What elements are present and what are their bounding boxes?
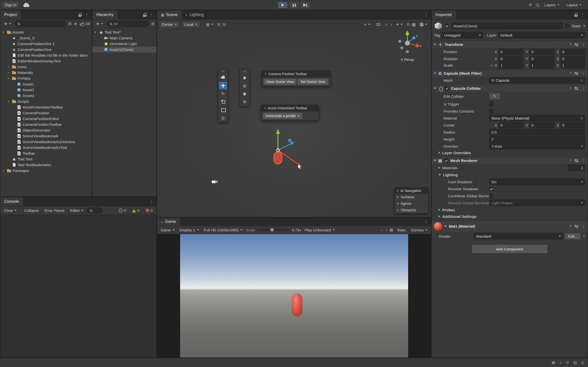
set-scene-view-button[interactable]: Set Scene View <box>298 78 328 85</box>
contribute-gi-checkbox[interactable] <box>489 194 493 198</box>
is-trigger-checkbox[interactable] <box>489 102 493 106</box>
help-icon[interactable]: ? <box>570 72 571 75</box>
mesh-renderer-component-header[interactable]: ▦ Mesh Renderer ? ⋮ <box>431 157 588 164</box>
gizmo-y-arrow[interactable] <box>276 129 280 134</box>
create-object-button[interactable] <box>94 21 105 27</box>
mesh-filter-component-header[interactable]: ⊞ Capsule (Mesh Filter) ? ⋮ <box>431 69 588 77</box>
foldout-icon[interactable] <box>438 166 440 169</box>
tab-lighting[interactable]: ◐ Lighting <box>182 10 208 19</box>
component-menu-icon[interactable]: ⋮ <box>581 86 585 90</box>
status-collab-icon[interactable]: ⊘ <box>566 360 569 364</box>
lock-icon[interactable] <box>574 13 578 17</box>
static-checkbox[interactable] <box>565 24 569 28</box>
panel-menu-icon[interactable]: ⋮ <box>581 13 585 17</box>
scale-x-field[interactable]: 1 <box>498 62 523 68</box>
gizmo-plane-handle[interactable] <box>288 139 291 142</box>
play-button[interactable] <box>278 2 288 9</box>
hierarchy-search-input[interactable]: All <box>107 21 149 27</box>
expand-arrow-icon[interactable]: ▸ <box>1 169 6 172</box>
tree-item[interactable]: ▼ Scripts <box>0 99 92 104</box>
provides-contacts-checkbox[interactable] <box>489 109 493 113</box>
project-search-input[interactable] <box>15 21 66 27</box>
transform-tool-button[interactable]: ◎ <box>219 114 227 121</box>
presets-icon[interactable] <box>574 225 578 228</box>
axis-negative-handle[interactable] <box>398 40 401 43</box>
camera-overlay-icon[interactable]: ▦ <box>412 23 416 27</box>
tree-item[interactable]: Asset3 <box>0 93 92 99</box>
tree-item[interactable]: SceneViewBookmark <box>0 133 92 139</box>
tree-item[interactable]: Tool Test <box>0 156 92 162</box>
selected-capsule-object[interactable] <box>274 152 282 164</box>
tree-item[interactable]: Asset2 <box>0 87 92 93</box>
component-menu-icon[interactable]: ⋮ <box>581 43 585 47</box>
foldout-icon[interactable] <box>434 72 436 74</box>
sign-in-button[interactable]: Sign in <box>2 2 19 8</box>
shading-mode-dropdown[interactable]: ◐ <box>363 21 372 28</box>
status-progress-icon[interactable]: ◎ <box>581 360 584 364</box>
scale-y-field[interactable]: 1 <box>530 62 554 68</box>
mute-audio-icon[interactable]: ♪ <box>386 228 388 232</box>
expand-arrow-icon[interactable]: ▸ <box>6 71 11 74</box>
probes-row[interactable]: Probes <box>431 206 588 213</box>
scale-tool-button[interactable] <box>219 98 227 105</box>
presets-icon[interactable] <box>574 159 578 162</box>
presets-icon[interactable] <box>574 87 578 90</box>
receive-shadows-checkbox[interactable] <box>489 187 493 191</box>
resolution-dropdown[interactable]: Full HD (1920x1080) <box>202 227 244 233</box>
tree-item[interactable]: ObjectGenerator <box>0 127 92 133</box>
hierarchy-item[interactable]: Asset1(Clone) <box>92 47 157 52</box>
save-scene-view-button[interactable]: Save Scene View <box>263 78 297 85</box>
foldout-icon[interactable] <box>438 151 440 154</box>
tool-handle-rotation-dropdown[interactable]: Local <box>182 21 200 28</box>
snap-increment-icon[interactable]: ⊟ <box>222 23 226 27</box>
collider-enabled-checkbox[interactable] <box>445 86 449 90</box>
move-gizmo[interactable] <box>252 117 318 177</box>
status-services-icon[interactable]: ▤ <box>573 360 577 364</box>
rotation-x-field[interactable]: 0 <box>498 56 523 62</box>
rotate-tool-button[interactable]: ↻ <box>219 90 227 97</box>
tree-item[interactable]: CameraPositionOne <box>0 47 92 52</box>
tab-project[interactable]: Project <box>0 10 21 19</box>
status-activity-icon[interactable]: ▣ <box>552 360 555 364</box>
center-z-field[interactable]: 0 <box>560 122 585 128</box>
foldout-icon[interactable] <box>434 87 436 89</box>
tab-inspector[interactable]: Inspector <box>431 10 456 19</box>
panel-menu-icon[interactable]: ⋮ <box>424 13 428 17</box>
center-x-field[interactable]: 0 <box>498 122 523 128</box>
axis-x-handle[interactable] <box>415 44 419 47</box>
tab-console[interactable]: Console <box>0 197 23 206</box>
position-z-field[interactable]: 0 <box>560 49 585 55</box>
hierarchy-item[interactable]: ▼ Tool Test* <box>92 29 157 35</box>
tree-item[interactable]: Toolbar <box>0 150 92 156</box>
foldout-icon[interactable] <box>438 209 440 211</box>
hierarchy-item[interactable]: Main Camera <box>92 35 157 41</box>
shader-dropdown[interactable]: Standard <box>474 233 563 239</box>
help-icon[interactable]: ? <box>570 159 571 162</box>
foldout-icon[interactable] <box>444 225 447 227</box>
static-dropdown-icon[interactable] <box>583 25 585 27</box>
game-viewport[interactable] <box>180 234 408 357</box>
tree-item[interactable]: CameraPositionToolbar <box>0 122 92 127</box>
collapse-toggle[interactable]: Collapse <box>23 207 41 214</box>
tree-item[interactable]: EditorWindowOverlayTest <box>0 58 92 64</box>
tree-item[interactable]: CameraPositionOne 1 <box>0 41 92 47</box>
tab-scene[interactable]: ▦ Scene <box>157 10 182 19</box>
error-pause-toggle[interactable]: Error Pause <box>43 207 66 214</box>
favorites-icon[interactable]: ★ <box>74 22 77 26</box>
search-icon[interactable] <box>536 4 539 7</box>
snap-settings-icon[interactable]: ⊞ <box>217 23 220 27</box>
bookmark-remove-tool-button[interactable]: ⊖ <box>241 98 249 105</box>
tree-item[interactable]: _Scene_0 <box>0 35 92 41</box>
tree-item[interactable]: CameraPositionEditor <box>0 116 92 122</box>
move-tool-button[interactable] <box>219 82 227 89</box>
help-icon[interactable]: ? <box>570 87 571 90</box>
materials-count-field[interactable]: 1 <box>568 164 585 171</box>
vsync-icon[interactable]: ☼ <box>380 228 384 232</box>
2d-mode-toggle[interactable]: 2D <box>374 21 382 28</box>
mesh-object-field[interactable]: ⊞ Capsule ⊙ <box>489 77 585 83</box>
physic-material-field[interactable]: None (Physic Material) ⊙ <box>489 115 585 121</box>
center-y-field[interactable]: 0 <box>530 122 554 128</box>
console-search-input[interactable] <box>87 207 103 214</box>
materials-row[interactable]: Materials 1 <box>431 164 588 171</box>
direction-dropdown[interactable]: Y-Axis <box>489 143 585 149</box>
